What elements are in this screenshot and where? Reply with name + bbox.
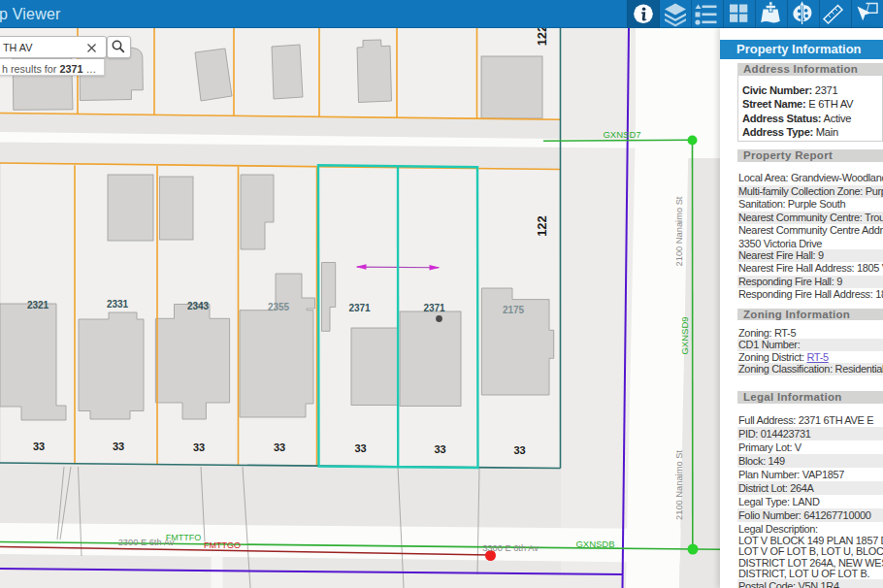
svg-text:2300 E 6th Av: 2300 E 6th Av [118, 538, 175, 547]
svg-text:2371: 2371 [423, 303, 445, 313]
svg-text:2321: 2321 [27, 300, 49, 310]
svg-text:2100 Nanaimo St: 2100 Nanaimo St [674, 196, 684, 266]
svg-text:GXNSD9: GXNSD9 [679, 316, 690, 354]
svg-text:122: 122 [535, 28, 549, 46]
svg-text:33: 33 [434, 443, 445, 455]
svg-text:33: 33 [193, 441, 205, 453]
svg-text:2175: 2175 [503, 305, 525, 315]
svg-text:122: 122 [535, 215, 549, 237]
svg-text:FMTTGO: FMTTGO [204, 540, 241, 550]
svg-text:GXNSDB: GXNSDB [575, 539, 614, 549]
svg-text:33: 33 [274, 441, 285, 453]
svg-text:33: 33 [113, 441, 124, 452]
svg-text:2371: 2371 [348, 303, 371, 313]
svg-text:2355: 2355 [268, 302, 290, 312]
svg-text:33: 33 [354, 442, 366, 454]
svg-text:2331: 2331 [107, 299, 129, 310]
svg-text:33: 33 [33, 441, 45, 452]
svg-text:33: 33 [513, 444, 525, 456]
svg-text:2100 Nanaimo St: 2100 Nanaimo St [674, 450, 684, 520]
svg-text:3300 E 6th Av: 3300 E 6th Av [482, 543, 539, 553]
svg-text:GXNSD7: GXNSD7 [603, 129, 640, 140]
svg-text:2343: 2343 [187, 301, 210, 311]
